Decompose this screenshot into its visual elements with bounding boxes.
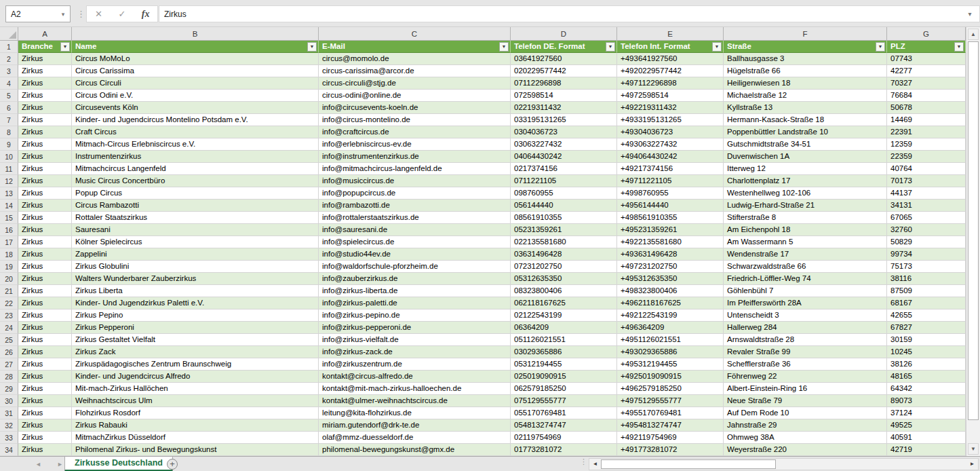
cell-G18[interactable]: 99734 (887, 248, 966, 261)
cell-G33[interactable]: 40591 (887, 432, 966, 444)
cell-A17[interactable]: Zirkus (18, 236, 72, 248)
row-number[interactable]: 8 (0, 126, 18, 138)
cell-C9[interactable]: info@erlebniscircus-ev.de (319, 138, 511, 151)
cell-B26[interactable]: Zirkus Zack (72, 346, 319, 358)
cell-B30[interactable]: Weihnachtscircus Ulm (72, 395, 319, 407)
confirm-icon[interactable]: ✓ (113, 9, 132, 19)
cell-A4[interactable]: Zirkus (18, 77, 72, 90)
cell-G32[interactable]: 49525 (887, 419, 966, 432)
filter-dropdown-icon[interactable]: ▼ (606, 42, 615, 52)
cell-A6[interactable]: Zirkus (18, 102, 72, 114)
cell-F14[interactable]: Ludwig-Erhard-Straße 21 (724, 200, 887, 212)
cell-F9[interactable]: Gutschmidtstraße 34-51 (724, 138, 887, 151)
cell-F3[interactable]: Hügelstraße 66 (724, 65, 887, 77)
cell-F20[interactable]: Friedrich-Löffler-Weg 74 (724, 273, 887, 285)
row-number[interactable]: 17 (0, 236, 18, 248)
filter-dropdown-icon[interactable]: ▼ (307, 42, 317, 52)
cell-E8[interactable]: +49304036723 (617, 126, 724, 138)
cell-E16[interactable]: +495231359261 (617, 224, 724, 236)
cell-A10[interactable]: Zirkus (18, 151, 72, 163)
cell-F22[interactable]: Im Pfeifferswörth 28A (724, 297, 887, 309)
cell-G34[interactable]: 42719 (887, 444, 966, 456)
name-box-resize-handle[interactable]: ⋮ (77, 8, 85, 20)
cell-B29[interactable]: Mit-mach-Zirkus Hallöchen (72, 383, 319, 395)
cell-F18[interactable]: Wendenstraße 17 (724, 248, 887, 261)
cell-C22[interactable]: info@zirkus-paletti.de (319, 297, 511, 309)
header-cell-G[interactable]: PLZ▼ (887, 41, 966, 53)
cell-F13[interactable]: Westenhellweg 102-106 (724, 187, 887, 200)
scroll-right-icon[interactable]: ► (968, 459, 977, 469)
cell-A24[interactable]: Zirkus (18, 322, 72, 334)
name-box[interactable]: A2 ▾ (5, 5, 71, 22)
vertical-scrollbar[interactable]: ▲ ▼ (966, 27, 980, 456)
cell-B3[interactable]: Circus Carissima (72, 65, 319, 77)
cell-B22[interactable]: Kinder- Und Jugendzirkus Paletti e.V. (72, 297, 319, 309)
cell-F2[interactable]: Ballhausgasse 3 (724, 53, 887, 65)
scroll-left-icon[interactable]: ◄ (591, 459, 600, 469)
add-sheet-button[interactable]: + (167, 459, 178, 470)
cell-A8[interactable]: Zirkus (18, 126, 72, 138)
cell-G26[interactable]: 10245 (887, 346, 966, 358)
cell-G10[interactable]: 22359 (887, 151, 966, 163)
cell-E14[interactable]: +4956144440 (617, 200, 724, 212)
cell-C12[interactable]: info@musiccircus.de (319, 175, 511, 187)
cell-A23[interactable]: Zirkus (18, 309, 72, 322)
cell-D21[interactable]: 08323800406 (511, 285, 617, 297)
cell-D9[interactable]: 03063227432 (511, 138, 617, 151)
column-header-A[interactable]: A (18, 27, 72, 41)
cell-E31[interactable]: +4955170769481 (617, 407, 724, 419)
cell-E30[interactable]: +4975129555777 (617, 395, 724, 407)
cell-D11[interactable]: 0217374156 (511, 163, 617, 175)
cell-G27[interactable]: 38126 (887, 358, 966, 371)
cell-B7[interactable]: Kinder- und Jugendcircus Montelino Potsd… (72, 114, 319, 126)
header-cell-A[interactable]: Branche▼ (18, 41, 72, 53)
row-number[interactable]: 11 (0, 163, 18, 175)
cell-C24[interactable]: info@zirkus-pepperoni.de (319, 322, 511, 334)
next-sheet-icon[interactable]: ► (57, 457, 63, 471)
cell-A33[interactable]: Zirkus (18, 432, 72, 444)
column-header-F[interactable]: F (724, 27, 887, 41)
cell-D8[interactable]: 0304036723 (511, 126, 617, 138)
cell-F12[interactable]: Charlottenplatz 17 (724, 175, 887, 187)
cell-E33[interactable]: +492119754969 (617, 432, 724, 444)
cell-B20[interactable]: Walters Wunderbarer Zauberzirkus (72, 273, 319, 285)
cell-G16[interactable]: 32760 (887, 224, 966, 236)
cell-A2[interactable]: Zirkus (18, 53, 72, 65)
row-number[interactable]: 21 (0, 285, 18, 297)
cell-E6[interactable]: +492219311432 (617, 102, 724, 114)
cell-D13[interactable]: 098760955 (511, 187, 617, 200)
cell-G2[interactable]: 07743 (887, 53, 966, 65)
cell-B4[interactable]: Circus Circuli (72, 77, 319, 90)
cell-C23[interactable]: info@zirkus-pepino.de (319, 309, 511, 322)
row-number[interactable]: 23 (0, 309, 18, 322)
cell-B6[interactable]: Circusevents Köln (72, 102, 319, 114)
cell-C32[interactable]: miriam.gutendorf@drk-te.de (319, 419, 511, 432)
cell-F24[interactable]: Hallerweg 284 (724, 322, 887, 334)
cell-G29[interactable]: 64342 (887, 383, 966, 395)
cell-G28[interactable]: 48165 (887, 371, 966, 383)
cell-F23[interactable]: Untenscheidt 3 (724, 309, 887, 322)
cell-C2[interactable]: circus@momolo.de (319, 53, 511, 65)
cancel-icon[interactable]: ✕ (89, 9, 108, 19)
row-number[interactable]: 34 (0, 444, 18, 456)
cell-G24[interactable]: 67827 (887, 322, 966, 334)
cell-F6[interactable]: Kyllstraße 13 (724, 102, 887, 114)
cell-D17[interactable]: 022135581680 (511, 236, 617, 248)
scroll-up-icon[interactable]: ▲ (968, 29, 979, 40)
cell-A32[interactable]: Zirkus (18, 419, 72, 432)
cell-C27[interactable]: info@zirkuszentrum.de (319, 358, 511, 371)
scroll-down-icon[interactable]: ▼ (968, 443, 979, 455)
cell-B17[interactable]: Kölner Spielecircus (72, 236, 319, 248)
cell-A28[interactable]: Zirkus (18, 371, 72, 383)
cell-E15[interactable]: +498561910355 (617, 212, 724, 224)
cell-A12[interactable]: Zirkus (18, 175, 72, 187)
cell-D34[interactable]: 01773281072 (511, 444, 617, 456)
horizontal-scrollbar-thumb[interactable] (601, 459, 776, 469)
cell-G30[interactable]: 89073 (887, 395, 966, 407)
cell-C10[interactable]: info@instrumentenzirkus.de (319, 151, 511, 163)
cell-C20[interactable]: info@zauberzirkus.de (319, 273, 511, 285)
cell-D30[interactable]: 075129555777 (511, 395, 617, 407)
cell-B12[interactable]: Music Circus Concertbüro (72, 175, 319, 187)
row-number[interactable]: 4 (0, 77, 18, 90)
cell-A21[interactable]: Zirkus (18, 285, 72, 297)
